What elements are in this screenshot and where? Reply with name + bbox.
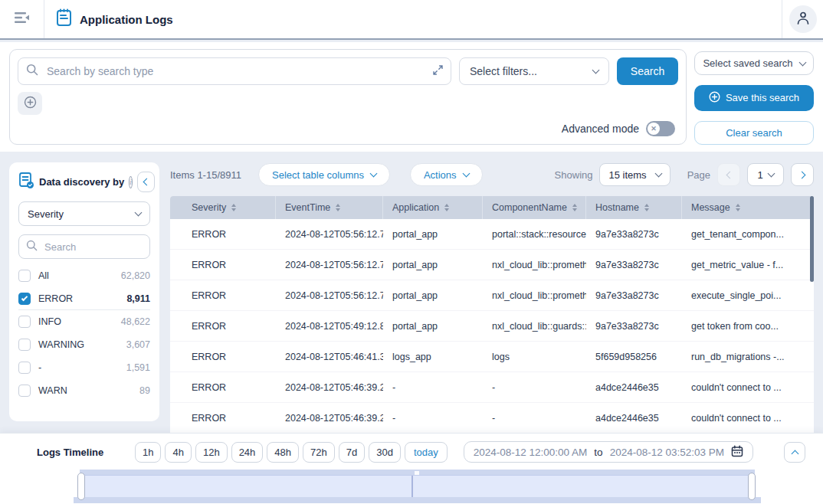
timeline-brush[interactable]	[69, 470, 764, 503]
facet-row-4[interactable]: - 1,591	[18, 356, 150, 379]
advanced-mode-toggle[interactable]: ✕	[646, 121, 675, 136]
user-avatar-button[interactable]	[789, 5, 817, 33]
page-number-value: 1	[757, 169, 762, 181]
chevron-down-icon	[654, 170, 662, 178]
sort-icon	[572, 204, 577, 211]
range-button-48h[interactable]: 48h	[267, 442, 299, 463]
table-cell: couldn't connect to ...	[682, 403, 814, 433]
collapse-timeline-button[interactable]	[784, 442, 805, 463]
facet-label: ERROR	[38, 293, 119, 304]
facet-count: 62,820	[121, 270, 150, 281]
table-cell: ERROR	[170, 342, 276, 371]
column-header-message[interactable]: Message	[682, 196, 814, 219]
facet-row-1[interactable]: ERROR 8,911	[18, 287, 150, 310]
range-button-7d[interactable]: 7d	[339, 442, 365, 463]
table-cell: 2024-08-12T05:56:12.7...	[276, 250, 383, 280]
facet-checkbox[interactable]	[18, 270, 31, 282]
column-header-hostname[interactable]: Hostname	[586, 196, 682, 219]
table-cell: -	[383, 403, 483, 433]
page-number-select[interactable]: 1	[747, 163, 784, 186]
table-cell: 2024-08-12T05:46:41.3...	[276, 342, 383, 371]
brush-left-handle[interactable]	[77, 473, 85, 500]
table-row[interactable]: ERROR2024-08-12T05:56:12.7...portal_appn…	[170, 280, 814, 311]
facet-label: WARNING	[38, 339, 119, 350]
collapse-facets-button[interactable]	[137, 172, 155, 192]
table-cell: logs	[483, 342, 586, 371]
table-row[interactable]: ERROR2024-08-12T05:46:41.3...logs_applog…	[170, 342, 814, 372]
search-icon	[26, 240, 38, 254]
select-columns-button[interactable]: Select table columns	[258, 163, 390, 186]
sort-icon	[336, 204, 340, 211]
filters-select[interactable]: Select filters...	[459, 57, 609, 85]
facet-field-select[interactable]: Severity	[18, 201, 150, 226]
actions-label: Actions	[424, 169, 457, 181]
search-icon	[26, 64, 38, 79]
range-button-1h[interactable]: 1h	[135, 442, 161, 463]
to-label: to	[594, 447, 602, 458]
select-columns-label: Select table columns	[272, 169, 364, 181]
search-panel: Select filters... Search Advanced mode ✕	[9, 49, 687, 145]
range-button-12h[interactable]: 12h	[195, 442, 228, 463]
facet-row-2[interactable]: INFO 48,622	[18, 310, 150, 333]
clear-search-button[interactable]: Clear search	[694, 121, 814, 146]
add-condition-button[interactable]	[18, 92, 42, 115]
facet-checkbox[interactable]	[18, 293, 31, 305]
facet-checkbox[interactable]	[18, 362, 31, 374]
table-cell: get_tenant_compon...	[682, 219, 814, 249]
column-header-componentname[interactable]: ComponentName	[483, 196, 586, 219]
column-header-label: ComponentName	[492, 202, 567, 213]
date-to-value[interactable]: 2024-08-12 03:52:03 PM	[610, 447, 724, 458]
today-button[interactable]: today	[405, 442, 448, 463]
facet-count: 8,911	[126, 293, 150, 304]
facet-row-3[interactable]: WARNING 3,607	[18, 333, 150, 356]
facet-field-label: Severity	[28, 208, 64, 220]
column-header-application[interactable]: Application	[383, 196, 483, 219]
range-button-4h[interactable]: 4h	[165, 442, 191, 463]
column-header-eventtime[interactable]: EventTime	[276, 196, 383, 219]
data-discovery-title: Data discovery by	[39, 176, 124, 188]
table-cell: run_db_migrations -...	[682, 342, 814, 371]
range-button-30d[interactable]: 30d	[369, 442, 401, 463]
range-button-24h[interactable]: 24h	[231, 442, 264, 463]
next-page-button[interactable]	[791, 163, 814, 186]
collapse-menu-button[interactable]	[0, 11, 44, 27]
info-icon[interactable]: i	[129, 176, 133, 188]
search-button[interactable]: Search	[617, 57, 678, 85]
range-button-72h[interactable]: 72h	[303, 442, 335, 463]
facet-search-input[interactable]	[43, 241, 143, 254]
items-summary: Items 1-15/8911	[170, 169, 241, 181]
saved-search-select[interactable]: Select saved search	[694, 51, 814, 75]
expand-icon[interactable]	[433, 64, 443, 78]
actions-button[interactable]: Actions	[410, 163, 483, 186]
save-search-label: Save this search	[726, 92, 799, 103]
brush-selection[interactable]	[81, 475, 752, 499]
toggle-off-icon: ✕	[648, 123, 660, 135]
facet-row-0[interactable]: All 62,820	[18, 264, 150, 287]
save-search-button[interactable]: Save this search	[694, 85, 814, 110]
table-scrollbar[interactable]	[810, 196, 814, 282]
table-row[interactable]: ERROR2024-08-12T05:49:12.8...portal_appn…	[170, 311, 814, 342]
range-buttons: 1h 4h 12h 24h 48h 72h 7d 30d	[135, 442, 405, 463]
logs-timeline-panel: Logs Timeline 1h 4h 12h 24h 48h 72h 7d 3…	[0, 433, 823, 504]
date-from-value[interactable]: 2024-08-12 12:00:00 AM	[474, 447, 588, 458]
facet-checkbox[interactable]	[18, 339, 31, 351]
calendar-icon[interactable]	[731, 445, 743, 460]
facet-checkbox[interactable]	[18, 316, 31, 328]
search-input[interactable]	[45, 64, 426, 78]
table-row[interactable]: ERROR2024-08-12T05:56:12.7...portal_appp…	[170, 219, 814, 250]
brush-right-handle[interactable]	[748, 473, 756, 500]
table-row[interactable]: ERROR2024-08-12T05:46:39.2...--a4dce2446…	[170, 372, 814, 403]
table-cell: 9a7e33a8273c	[586, 280, 682, 310]
table-row[interactable]: ERROR2024-08-12T05:56:12.7...portal_appn…	[170, 250, 814, 280]
table-cell: 2024-08-12T05:46:39.2...	[276, 372, 383, 402]
prev-page-button[interactable]	[717, 163, 740, 186]
date-range-control[interactable]: 2024-08-12 12:00:00 AM to 2024-08-12 03:…	[464, 441, 753, 463]
logs-table: Severity EventTime Application Component…	[170, 196, 814, 434]
plus-circle-icon	[709, 91, 720, 105]
facet-checkbox[interactable]	[18, 385, 31, 397]
facet-row-5[interactable]: WARN 89	[18, 379, 150, 402]
facet-label: -	[38, 362, 119, 373]
page-size-select[interactable]: 15 items	[599, 163, 670, 186]
table-row[interactable]: ERROR2024-08-12T05:46:39.2...--a4dce2446…	[170, 403, 814, 434]
column-header-severity[interactable]: Severity	[170, 196, 276, 219]
